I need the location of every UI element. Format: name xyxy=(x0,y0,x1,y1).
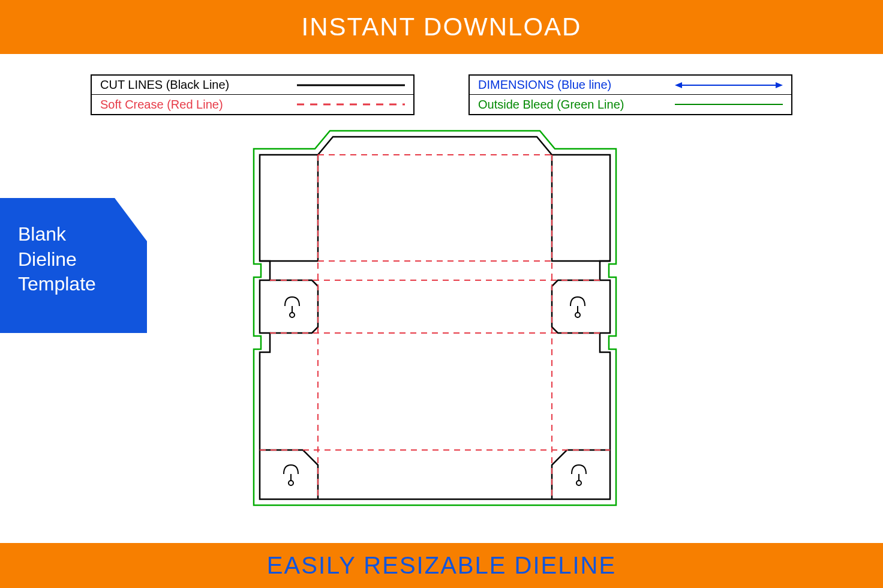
svg-point-9 xyxy=(576,481,581,485)
legend-row-cut: CUT LINES (Black Line) xyxy=(92,76,413,95)
legend-label-cut: CUT LINES (Black Line) xyxy=(100,78,297,92)
badge-line2: Dieline xyxy=(18,247,135,272)
legend-row-bleed: Outside Bleed (Green Line) xyxy=(470,95,791,114)
badge-line3: Template xyxy=(18,272,135,297)
legend-label-crease: Soft Crease (Red Line) xyxy=(100,98,297,112)
legend-sample-dim xyxy=(675,81,783,89)
top-banner: INSTANT DOWNLOAD xyxy=(0,0,883,54)
legend-sample-cut xyxy=(297,84,405,86)
legend-box-right: DIMENSIONS (Blue line) Outside Bleed (Gr… xyxy=(468,74,792,115)
bottom-banner-title: EASILY RESIZABLE DIELINE xyxy=(267,552,616,579)
legend-row-crease: Soft Crease (Red Line) xyxy=(92,95,413,114)
legend-label-dim: DIMENSIONS (Blue line) xyxy=(478,78,675,92)
svg-point-7 xyxy=(575,313,580,317)
legend-box-left: CUT LINES (Black Line) Soft Crease (Red … xyxy=(91,74,415,115)
svg-marker-4 xyxy=(776,82,783,88)
svg-marker-3 xyxy=(675,82,682,88)
svg-point-8 xyxy=(289,481,293,485)
legend-label-bleed: Outside Bleed (Green Line) xyxy=(478,98,675,112)
legend-sample-bleed xyxy=(675,103,783,106)
bottom-banner: EASILY RESIZABLE DIELINE xyxy=(0,543,883,588)
top-banner-title: INSTANT DOWNLOAD xyxy=(302,13,582,41)
legend-area: CUT LINES (Black Line) Soft Crease (Red … xyxy=(0,74,883,115)
side-badge: Blank Dieline Template xyxy=(0,198,147,333)
legend-row-dim: DIMENSIONS (Blue line) xyxy=(470,76,791,95)
badge-line1: Blank xyxy=(18,222,135,247)
legend-sample-crease xyxy=(297,103,405,106)
dieline-diagram xyxy=(249,126,621,510)
svg-point-6 xyxy=(290,313,295,317)
